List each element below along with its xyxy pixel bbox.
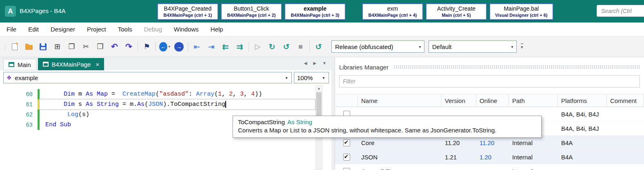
step-icon: ↺ xyxy=(283,42,290,51)
tab-navigation: ◀ ▶ ▼ xyxy=(304,61,326,65)
save-all-button[interactable]: ⊞ xyxy=(52,41,63,52)
hotkey-tab-label: example xyxy=(290,5,340,12)
build-configuration-select[interactable]: Release (obfuscated) ▾ xyxy=(331,40,424,53)
profile-value: Default xyxy=(432,43,452,50)
hotkey-tab[interactable]: B4XPage_Created B4XMainPage (ctrl + 1) xyxy=(157,3,218,20)
tab-scroll-left-icon[interactable]: ◀ xyxy=(304,61,307,65)
stop-button[interactable]: ■ xyxy=(295,41,306,52)
hotkey-tab[interactable]: exm B4XMainPage (ctrl + 4) xyxy=(362,3,423,20)
header-path[interactable]: Path xyxy=(509,94,558,107)
tab-scroll-right-icon[interactable]: ▶ xyxy=(313,61,316,65)
library-platforms: B4A xyxy=(558,154,607,161)
toolbar-separator xyxy=(155,42,156,51)
header-name[interactable]: Name xyxy=(358,94,442,107)
menu-item[interactable]: Debug xyxy=(144,26,162,33)
hotkey-tab[interactable]: example B4XMainPage (ctrl + 3) xyxy=(284,3,346,20)
library-row[interactable]: Accessibility Internal xyxy=(335,164,644,170)
panel-splitter[interactable] xyxy=(331,57,335,170)
code-token xyxy=(45,91,64,98)
code-token: 3 xyxy=(240,91,244,98)
code-token: s xyxy=(75,101,86,108)
header-platforms[interactable]: Platforms xyxy=(558,94,607,107)
zoom-select[interactable]: 100% ▾ xyxy=(294,72,329,83)
library-platforms: B4A, B4i, B4J xyxy=(558,125,607,132)
member-select[interactable]: ❖ example ▾ xyxy=(3,72,292,83)
code-token: 1 xyxy=(218,91,222,98)
rebuild-button[interactable]: ↺ xyxy=(313,41,324,52)
step-button[interactable]: ↺ xyxy=(281,41,292,52)
undo-button[interactable]: ↶ xyxy=(109,41,120,52)
menu-item[interactable]: Edit xyxy=(28,26,39,33)
resume-button[interactable]: ↻ xyxy=(266,41,278,52)
new-page-icon xyxy=(12,43,18,50)
outdent-button[interactable]: ⇤ xyxy=(191,41,202,52)
back-caret-icon[interactable]: ▾ xyxy=(168,45,170,49)
library-filter-input[interactable] xyxy=(339,75,640,87)
tab-main[interactable]: Main xyxy=(3,59,36,70)
scroll-up-icon[interactable]: ▲ xyxy=(316,85,322,92)
profile-select[interactable]: Default ▾ xyxy=(429,40,517,53)
nav-forward-button[interactable]: → xyxy=(173,41,184,52)
code-text[interactable]: Dim m As Map = CreateMap("asdasd": Array… xyxy=(40,89,315,99)
menu-item[interactable]: Designer xyxy=(51,26,75,33)
library-version: 11.20 xyxy=(442,139,476,146)
library-row[interactable]: Core 11.20 11.20 Internal B4A xyxy=(335,136,644,150)
copy-module-icon: ❐ xyxy=(68,42,75,51)
hotkey-tab[interactable]: Activity_Create Main (ctrl + 5) xyxy=(426,3,487,20)
header-version[interactable]: Version xyxy=(442,94,476,107)
code-token: Array xyxy=(196,91,214,98)
menu-item[interactable]: Project xyxy=(87,26,106,33)
line-number: 63 xyxy=(0,122,38,128)
scrollbar-thumb[interactable] xyxy=(316,92,322,116)
close-tab-icon[interactable]: × xyxy=(95,61,99,68)
hotkey-tab-label: Activity_Create xyxy=(431,5,481,12)
search-input[interactable] xyxy=(597,5,644,17)
open-project-button[interactable] xyxy=(23,41,34,52)
toolbar-separator xyxy=(188,42,188,51)
library-path: Internal xyxy=(509,139,558,146)
bookmark-button[interactable]: ⚑ xyxy=(141,41,152,52)
module-icon: ❖ xyxy=(7,74,12,81)
header-comment[interactable]: Comment xyxy=(607,94,644,107)
hotkey-tab[interactable]: MainPage.bal Visual Designer (ctrl + 6) xyxy=(489,3,553,20)
menu-item[interactable]: Tools xyxy=(118,26,132,33)
library-row[interactable]: JSON 1.21 1.20 Internal B4A xyxy=(335,150,644,164)
code-text[interactable]: Dim s As String = m.As(JSON).ToCompactSt… xyxy=(40,99,315,110)
library-checkbox[interactable] xyxy=(343,139,350,146)
hotkey-tab-label: B4XPage_Created xyxy=(163,5,213,12)
comment-button[interactable]: ⇉ xyxy=(234,41,245,52)
hotkey-tab[interactable]: Button1_Click B4XMainPage (ctrl + 2) xyxy=(221,3,282,20)
hotkey-tab-target: B4XMainPage (ctrl + 1) xyxy=(163,13,213,18)
code-token: As xyxy=(86,101,93,108)
run-button[interactable]: ▷ xyxy=(252,41,263,52)
code-token: 4 xyxy=(251,91,255,98)
library-platforms: B4A, B4i, B4J xyxy=(558,111,607,118)
hotkey-tab-target: B4XMainPage (ctrl + 3) xyxy=(290,13,340,18)
play-icon: ▷ xyxy=(255,42,261,51)
toolbar-overflow-button[interactable]: ▾ xyxy=(521,43,523,50)
modules-button[interactable]: ❐ xyxy=(66,41,77,52)
library-checkbox[interactable] xyxy=(343,168,350,170)
code-token: 2 xyxy=(229,91,233,98)
library-online-link[interactable]: 11.20 xyxy=(476,139,509,146)
menu-item[interactable]: Windows xyxy=(174,26,199,33)
outdent-icon: ⇤ xyxy=(194,42,200,51)
tab-b4xmainpage[interactable]: B4XMainPage × xyxy=(38,58,104,70)
tab-list-icon[interactable]: ▼ xyxy=(322,61,326,65)
nav-back-button[interactable]: ←▾ xyxy=(159,41,170,52)
indent-button[interactable]: ⇥ xyxy=(206,41,217,52)
cut-button[interactable]: ✂ xyxy=(80,41,91,52)
new-module-button[interactable] xyxy=(9,41,20,52)
library-online-link[interactable]: 1.20 xyxy=(476,154,509,161)
copy-button[interactable]: ❒ xyxy=(95,41,106,52)
toolbar-drag-handle[interactable]: ⋮ xyxy=(2,43,7,50)
redo-button[interactable]: ↷ xyxy=(123,41,134,52)
library-checkbox-cell xyxy=(335,139,358,146)
save-button[interactable] xyxy=(38,41,49,52)
library-checkbox[interactable] xyxy=(343,154,350,161)
menu-item[interactable]: File xyxy=(7,26,16,33)
library-version: 1.21 xyxy=(442,154,476,161)
menu-item[interactable]: Help xyxy=(211,26,223,33)
header-online[interactable]: Online xyxy=(476,94,509,107)
uncomment-button[interactable]: ⇇ xyxy=(220,41,231,52)
